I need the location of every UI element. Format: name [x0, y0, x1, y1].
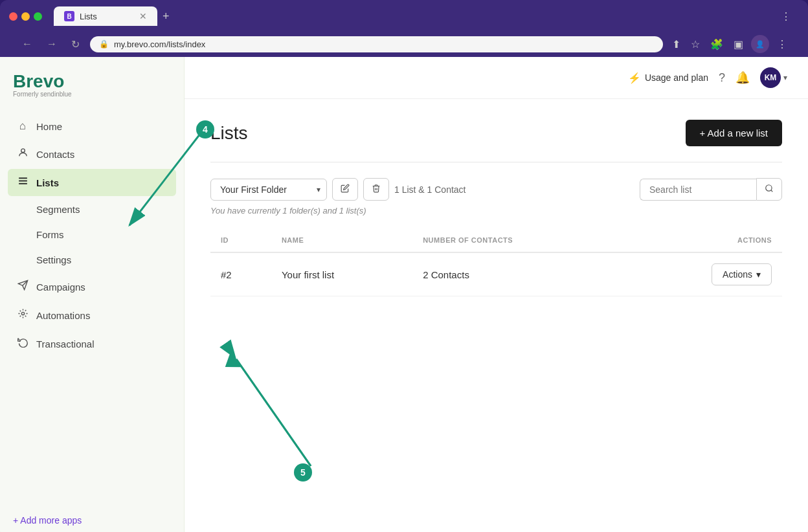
sidebar-logo: Brevo Formerly sendinblue — [0, 57, 184, 108]
sidebar-footer: + Add more apps — [0, 505, 184, 532]
delete-folder-button[interactable] — [363, 178, 389, 201]
sidebar-item-forms[interactable]: Forms — [8, 223, 176, 247]
folder-hint: You have currently 1 folder(s) and 1 lis… — [210, 206, 782, 216]
sidebar: Brevo Formerly sendinblue ⌂ Home — [0, 57, 185, 532]
divider — [210, 162, 782, 162]
usage-icon: ⚡ — [628, 72, 641, 84]
address-bar[interactable]: 🔒 my.brevo.com/lists/index — [90, 36, 663, 52]
sidebar-label-lists: Lists — [36, 177, 59, 188]
sidebar-item-segments[interactable]: Segments — [8, 197, 176, 221]
sidebar-label-settings: Settings — [36, 254, 71, 265]
notifications-icon[interactable]: 🔔 — [735, 71, 750, 85]
sidebar-label-forms: Forms — [36, 229, 64, 240]
page-title: Lists — [210, 123, 248, 144]
list-contacts-count: 2 Contacts — [412, 252, 626, 296]
sidebar-item-home[interactable]: ⌂ Home — [8, 113, 176, 139]
sidebar-label-campaigns: Campaigns — [36, 282, 85, 293]
actions-label: Actions — [723, 269, 752, 280]
sidebar-nav: ⌂ Home Contacts — [0, 108, 184, 505]
close-traffic-light[interactable] — [9, 12, 17, 21]
bookmark-icon[interactable]: ☆ — [688, 36, 702, 53]
forward-button[interactable]: → — [43, 37, 61, 51]
step-badge-5: 5 — [294, 463, 312, 482]
sidebar-label-contacts: Contacts — [36, 149, 74, 160]
tab-favicon: B — [64, 11, 74, 21]
campaigns-icon — [16, 280, 30, 294]
sidebar-label-transactional: Transactional — [36, 338, 95, 349]
sidebar-item-automations[interactable]: Automations — [8, 302, 176, 329]
user-avatar-dropdown[interactable]: KM ▾ — [760, 67, 787, 88]
edit-folder-button[interactable] — [332, 178, 358, 201]
logo-subtitle: Formerly sendinblue — [13, 91, 171, 98]
search-button[interactable] — [756, 178, 782, 201]
folder-select-group: Your First Folder — [210, 178, 466, 201]
usage-plan-button[interactable]: ⚡ Usage and plan — [628, 72, 708, 84]
logo-text: Brevo — [13, 72, 171, 91]
automations-icon — [16, 308, 30, 322]
help-icon[interactable]: ? — [719, 71, 725, 85]
tab-close-button[interactable]: ✕ — [139, 11, 147, 21]
lock-icon: 🔒 — [99, 39, 109, 49]
browser-more-icon[interactable]: ⋮ — [774, 36, 790, 53]
folder-select-wrapper: Your First Folder — [210, 179, 327, 201]
home-icon: ⌂ — [16, 120, 30, 133]
chevron-down-icon: ▾ — [783, 73, 787, 82]
column-header-id: ID — [210, 228, 271, 252]
sidebar-label-automations: Automations — [36, 310, 90, 321]
browser-tab[interactable]: B Lists ✕ — [54, 6, 157, 26]
svg-point-5 — [766, 185, 772, 191]
step-badge-4: 4 — [196, 120, 214, 139]
sidebar-item-settings[interactable]: Settings — [8, 248, 176, 272]
column-header-name: NAME — [271, 228, 412, 252]
lists-table: ID NAME NUMBER OF CONTACTS ACTIONS #2 Yo… — [210, 228, 782, 296]
table-row: #2 Your first list 2 Contacts Actions ▾ — [210, 252, 782, 296]
contacts-icon — [16, 147, 30, 161]
top-header: ⚡ Usage and plan ? 🔔 KM ▾ — [185, 57, 808, 99]
browser-menu-icon[interactable]: ⋮ — [778, 8, 794, 25]
search-list-input[interactable] — [640, 179, 756, 201]
folder-select[interactable]: Your First Folder — [210, 179, 327, 201]
main-content: Lists + Add a new list Your First Folder — [185, 99, 808, 532]
svg-point-4 — [21, 312, 24, 315]
minimize-traffic-light[interactable] — [21, 12, 30, 21]
actions-chevron-icon: ▾ — [756, 269, 761, 280]
list-name: Your first list — [271, 252, 412, 296]
tab-label: Lists — [80, 12, 97, 21]
new-tab-button[interactable]: + — [157, 7, 175, 26]
folder-stats: 1 List & 1 Contact — [394, 184, 466, 195]
sidebar-item-transactional[interactable]: Transactional — [8, 330, 176, 357]
list-actions-cell: Actions ▾ — [626, 252, 782, 296]
reload-button[interactable]: ↻ — [67, 37, 84, 52]
add-more-apps-button[interactable]: + Add more apps — [13, 515, 171, 526]
lists-icon — [16, 175, 30, 190]
toolbar-row: Your First Folder — [210, 178, 782, 201]
user-avatar: KM — [760, 67, 781, 88]
usage-plan-label: Usage and plan — [645, 72, 708, 83]
sidebar-label-home: Home — [36, 121, 62, 132]
maximize-traffic-light[interactable] — [34, 12, 42, 21]
column-header-contacts: NUMBER OF CONTACTS — [412, 228, 626, 252]
browser-profile-avatar[interactable]: 👤 — [751, 35, 769, 53]
url-text: my.brevo.com/lists/index — [114, 39, 205, 49]
search-group — [640, 178, 782, 201]
extensions-icon[interactable]: 🧩 — [708, 36, 726, 53]
sidebar-label-segments: Segments — [36, 204, 80, 215]
back-button[interactable]: ← — [18, 37, 36, 51]
svg-point-0 — [21, 149, 25, 153]
page-title-row: Lists + Add a new list — [210, 120, 782, 146]
share-icon[interactable]: ⬆ — [669, 36, 683, 53]
transactional-icon — [16, 337, 30, 351]
list-id: #2 — [210, 252, 271, 296]
sidebar-item-lists[interactable]: Lists — [8, 169, 176, 196]
column-header-actions: ACTIONS — [626, 228, 782, 252]
sidebar-toggle-icon[interactable]: ▣ — [731, 36, 746, 53]
sidebar-item-campaigns[interactable]: Campaigns — [8, 273, 176, 300]
add-new-list-button[interactable]: + Add a new list — [686, 120, 782, 146]
svg-line-6 — [771, 190, 773, 192]
actions-dropdown-button[interactable]: Actions ▾ — [712, 263, 772, 285]
sidebar-item-contacts[interactable]: Contacts — [8, 140, 176, 168]
